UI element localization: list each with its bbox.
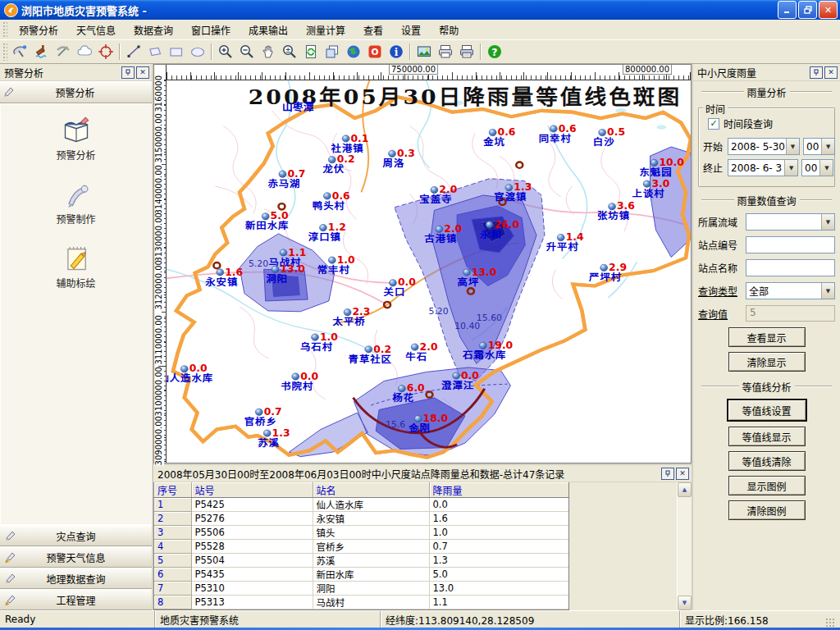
table-row[interactable]: 7P5310洞阳13.0 — [154, 582, 568, 596]
menu-item-测量计算[interactable]: 测量计算 — [297, 20, 354, 40]
end-date-picker[interactable]: 2008- 6- 3▼ — [728, 159, 798, 176]
map-station-牛石[interactable]: 2.0牛石 — [405, 341, 437, 362]
sidebar-item-预警天气信息[interactable]: 预警天气信息 — [0, 546, 152, 568]
locate-target-icon[interactable] — [95, 41, 116, 62]
map-station-龙伏[interactable]: 0.2龙伏 — [322, 154, 354, 175]
chevron-down-icon[interactable]: ▼ — [819, 160, 833, 176]
table-row[interactable]: 3P5506镇头1.0 — [154, 526, 568, 540]
sidebar-tool-辅助标绘[interactable]: 辅助标绘 — [1, 244, 151, 290]
station-id-input[interactable] — [746, 236, 835, 253]
map-station-书院村[interactable]: 0.0书院村 — [281, 371, 318, 391]
chevron-down-icon[interactable]: ▼ — [786, 139, 799, 154]
pan-hand-icon[interactable] — [258, 41, 279, 62]
start-hour-select[interactable]: 00▼ — [803, 138, 835, 155]
map-station-宝盖寺[interactable]: 2.0宝盖寺 — [419, 185, 457, 205]
draw-rect-icon[interactable] — [166, 41, 187, 62]
weather-cloud-icon[interactable] — [74, 41, 95, 62]
menu-item-天气信息[interactable]: 天气信息 — [67, 20, 125, 40]
help-icon[interactable]: ? — [484, 41, 505, 62]
close-icon[interactable]: ✕ — [824, 66, 838, 79]
menu-item-窗口操作[interactable]: 窗口操作 — [182, 20, 240, 40]
map-station-苏溪[interactable]: 1.3苏溪 — [258, 427, 290, 448]
map-station-同幸村[interactable]: 0.6同幸村 — [539, 123, 577, 144]
table-row[interactable]: 1P5425仙人造水库0.0 — [154, 498, 568, 512]
zoom-out-icon[interactable] — [236, 41, 258, 62]
menu-item-成果输出[interactable]: 成果输出 — [240, 20, 297, 40]
export-image-icon[interactable] — [413, 41, 435, 62]
清除图例-button[interactable]: 清除图例 — [728, 500, 806, 520]
draw-ellipse-icon[interactable] — [187, 41, 208, 62]
map-station-永安镇[interactable]: 1.6永安镇 — [204, 267, 243, 287]
table-row[interactable]: 8P5313马战村1.1 — [154, 596, 568, 609]
resize-grip[interactable] — [825, 618, 835, 628]
sidebar-tool-预警分析[interactable]: 预警分析 — [1, 116, 151, 162]
warning-analysis-icon[interactable] — [10, 41, 31, 62]
查看显示-button[interactable]: 查看显示 — [728, 327, 806, 347]
map-station-严坪村[interactable]: 2.9严坪村 — [588, 262, 627, 282]
table-column-降雨量[interactable]: 降雨量 — [429, 482, 568, 498]
sidebar-tool-预警制作[interactable]: 预警制作 — [1, 180, 151, 226]
refresh-view-icon[interactable] — [300, 41, 322, 62]
close-icon[interactable]: ✕ — [676, 468, 689, 480]
pin-icon[interactable] — [121, 66, 135, 79]
end-hour-select[interactable]: 00▼ — [801, 159, 833, 176]
显示图例-button[interactable]: 显示图例 — [728, 476, 806, 495]
query-value-input[interactable]: 5 — [746, 305, 835, 322]
等值线设置-button[interactable]: 等值线设置 — [727, 399, 807, 422]
map-station-周洛[interactable]: 0.3周洛 — [383, 148, 415, 168]
map-station-金坑[interactable]: 0.6金坑 — [482, 127, 515, 148]
table-row[interactable]: 6P5435新田水库5.0 — [154, 568, 568, 582]
sidebar-item-灾点查询[interactable]: 灾点查询 — [0, 525, 152, 546]
draw-line-icon[interactable] — [123, 41, 144, 62]
map-station-关口[interactable]: 0.0关口 — [384, 277, 416, 298]
map-station-淳口镇[interactable]: 1.2淳口镇 — [308, 222, 346, 243]
map-station-青草社区[interactable]: 0.2青草社区 — [349, 344, 392, 364]
close-icon[interactable]: ✕ — [819, 1, 838, 19]
table-row[interactable]: 2P5276永安镇1.6 — [154, 512, 568, 526]
toolbar-grip[interactable] — [2, 43, 7, 61]
stop-icon[interactable]: O — [364, 41, 386, 62]
print-preview-icon[interactable] — [456, 41, 477, 62]
zoom-extent-icon[interactable]: ± — [279, 41, 300, 62]
table-row[interactable]: 5P5504苏溪1.3 — [154, 554, 568, 568]
time-range-checkbox[interactable]: ✓ — [708, 118, 719, 130]
sidebar-section-warning-analysis[interactable]: 预警分析 — [0, 81, 152, 103]
pin-icon[interactable] — [810, 66, 823, 79]
table-column-站号[interactable]: 站号 — [191, 482, 313, 498]
table-column-序号[interactable]: 序号 — [154, 482, 191, 498]
chevron-down-icon[interactable]: ▼ — [821, 283, 834, 299]
draw-polygon-icon[interactable] — [144, 41, 166, 62]
query-type-select[interactable]: 全部▼ — [746, 282, 835, 299]
start-date-picker[interactable]: 2008- 5-30▼ — [728, 138, 800, 155]
map-station-新田水库[interactable]: 5.0新田水库 — [245, 211, 289, 231]
map-station-社港镇[interactable]: 0.1社港镇 — [331, 133, 369, 153]
menu-item-设置[interactable]: 设置 — [392, 20, 430, 40]
清除显示-button[interactable]: 清除显示 — [728, 352, 806, 372]
scroll-up-icon[interactable]: ▲ — [678, 482, 692, 497]
chevron-down-icon[interactable]: ▼ — [821, 214, 834, 230]
chevron-down-icon[interactable]: ▼ — [821, 139, 834, 154]
map-station-常丰村[interactable]: 1.0常丰村 — [317, 254, 355, 275]
menu-item-数据查询[interactable]: 数据查询 — [125, 20, 182, 40]
menu-item-查看[interactable]: 查看 — [354, 20, 392, 40]
menubar-grip[interactable] — [2, 21, 7, 37]
restore-button[interactable] — [798, 1, 817, 19]
print-icon[interactable] — [435, 41, 456, 62]
map-station-升平村[interactable]: 1.4升平村 — [546, 232, 584, 253]
info-icon[interactable]: i — [386, 41, 407, 62]
map-station-乌石村[interactable]: 1.0乌石村 — [300, 331, 338, 352]
copy-map-icon[interactable] — [322, 41, 343, 62]
map-station-白沙[interactable]: 0.5白沙 — [593, 127, 625, 148]
close-icon[interactable]: ✕ — [136, 66, 149, 79]
等值线显示-button[interactable]: 等值线显示 — [728, 427, 806, 446]
zoom-in-icon[interactable] — [215, 41, 236, 62]
minimize-button[interactable] — [778, 1, 797, 19]
aux-plot-icon[interactable] — [52, 41, 74, 62]
map-station-官桥乡[interactable]: 0.7官桥乡 — [244, 406, 282, 427]
map-station-赤马湖[interactable]: 0.7赤马湖 — [267, 168, 305, 189]
table-column-站名[interactable]: 站名 — [313, 482, 429, 498]
table-row[interactable]: 4P5528官桥乡0.7 — [154, 540, 568, 554]
map-station-张坊镇[interactable]: 3.6张坊镇 — [597, 201, 635, 221]
等值线清除-button[interactable]: 等值线清除 — [728, 451, 806, 471]
sidebar-item-工程管理[interactable]: 工程管理 — [0, 589, 152, 610]
